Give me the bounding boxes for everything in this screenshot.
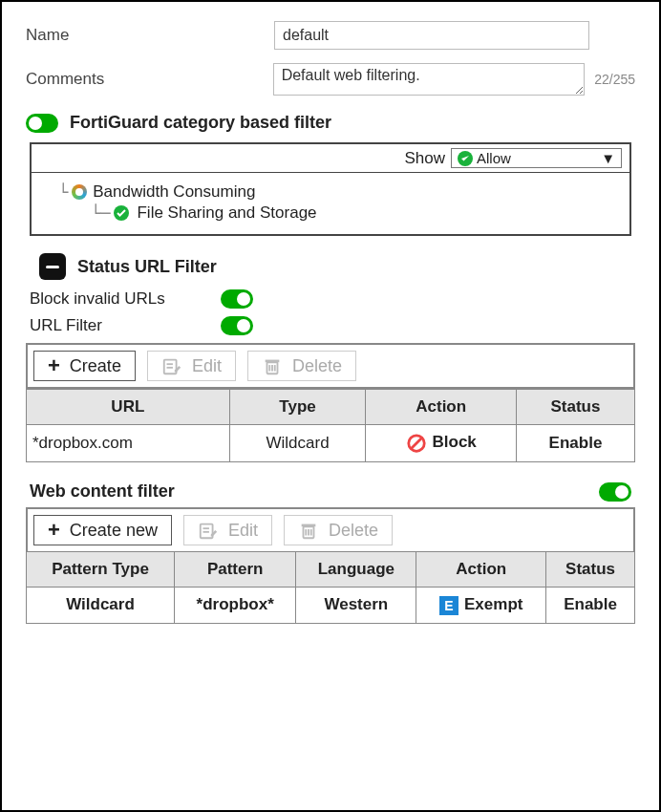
delete-button[interactable]: Delete <box>247 351 356 381</box>
fortiguard-toggle[interactable] <box>26 114 58 133</box>
tree-child-label: File Sharing and Storage <box>137 203 316 223</box>
cell-type: Wildcard <box>229 425 366 462</box>
edit-icon <box>198 520 219 541</box>
cell-url: *dropbox.com <box>27 425 230 462</box>
plus-icon: + <box>48 355 60 376</box>
tree-parent-label: Bandwidth Consuming <box>93 182 255 202</box>
edit-icon <box>161 355 182 376</box>
delete-label: Delete <box>292 356 342 376</box>
col-status[interactable]: Status <box>516 390 634 425</box>
table-row[interactable]: *dropbox.com Wildcard Block Enable <box>27 425 635 462</box>
wc-delete-label: Delete <box>329 521 378 541</box>
cell-action: Block <box>366 425 517 462</box>
cell-pattern: *dropbox* <box>175 588 296 624</box>
col-action[interactable]: Action <box>366 390 517 425</box>
tree-child-row[interactable]: └─ File Sharing and Storage <box>91 203 614 223</box>
create-new-label: Create new <box>70 521 158 541</box>
block-icon <box>406 433 427 454</box>
cell-lang: Western <box>296 588 416 624</box>
allow-icon <box>114 205 129 221</box>
col-type[interactable]: Type <box>229 390 366 425</box>
col-action[interactable]: Action <box>416 552 546 588</box>
svg-rect-17 <box>302 524 316 527</box>
cell-ptype: Wildcard <box>27 588 175 624</box>
url-filter-table: URL Type Action Status *dropbox.com Wild… <box>26 389 635 462</box>
dropdown-caret-icon: ▼ <box>601 150 615 166</box>
block-invalid-toggle[interactable] <box>221 289 253 309</box>
web-content-toggle[interactable] <box>599 482 631 502</box>
comments-label: Comments <box>26 70 139 89</box>
create-new-button[interactable]: + Create new <box>33 515 172 545</box>
svg-rect-7 <box>266 360 280 363</box>
cell-status: Enable <box>546 588 635 624</box>
block-invalid-label: Block invalid URLs <box>30 289 221 309</box>
category-icon <box>72 184 87 200</box>
edit-button[interactable]: Edit <box>147 351 236 381</box>
comments-counter: 22/255 <box>594 72 635 87</box>
create-label: Create <box>70 356 121 376</box>
edit-label: Edit <box>192 356 222 376</box>
fortiguard-title: FortiGuard category based filter <box>70 113 331 133</box>
web-content-table: Pattern Type Pattern Language Action Sta… <box>26 551 635 624</box>
name-label: Name <box>26 26 140 45</box>
tree-parent-row[interactable]: └ Bandwidth Consuming <box>58 182 614 202</box>
show-select[interactable]: Allow ▼ <box>451 148 622 168</box>
create-button[interactable]: + Create <box>33 351 136 381</box>
show-selected-value: Allow <box>477 150 511 166</box>
wc-edit-button[interactable]: Edit <box>183 515 272 545</box>
col-language[interactable]: Language <box>296 552 416 588</box>
col-pattern[interactable]: Pattern <box>175 552 296 588</box>
url-toolbar: + Create Edit Delete <box>26 343 635 389</box>
url-filter-toggle[interactable] <box>221 316 253 335</box>
svg-rect-10 <box>201 524 213 539</box>
url-filter-label: URL Filter <box>30 316 221 335</box>
tree-branch-icon: └ <box>58 182 68 202</box>
collapse-icon[interactable] <box>39 253 66 280</box>
wc-edit-label: Edit <box>228 521 258 541</box>
cell-action: EExempt <box>416 588 546 624</box>
fortiguard-panel: Show Allow ▼ └ Bandwidth Consuming └─ <box>30 142 631 236</box>
exempt-icon: E <box>439 596 458 615</box>
name-input[interactable] <box>274 21 589 50</box>
plus-icon: + <box>48 520 60 541</box>
svg-line-9 <box>411 438 421 449</box>
wc-toolbar: + Create new Edit Delete <box>26 507 635 551</box>
table-row[interactable]: Wildcard *dropbox* Western EExempt Enabl… <box>27 588 635 624</box>
web-content-title: Web content filter <box>30 481 175 502</box>
tree-branch-icon: └─ <box>91 203 110 223</box>
trash-icon <box>298 520 319 541</box>
allow-icon <box>458 151 473 166</box>
col-pattern-type[interactable]: Pattern Type <box>27 552 175 588</box>
trash-icon <box>262 355 283 376</box>
wc-delete-button[interactable]: Delete <box>284 515 393 545</box>
status-url-title: Status URL Filter <box>77 257 217 277</box>
show-label: Show <box>404 149 445 168</box>
cell-status: Enable <box>516 425 634 462</box>
comments-input[interactable]: Default web filtering. <box>273 63 586 96</box>
col-status[interactable]: Status <box>546 552 635 588</box>
col-url[interactable]: URL <box>27 390 230 425</box>
